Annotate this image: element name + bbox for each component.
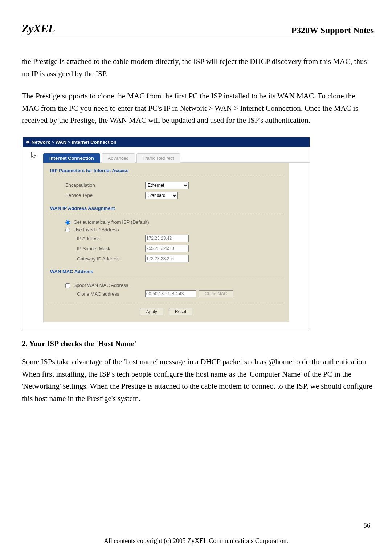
encapsulation-label: Encapsulation bbox=[65, 182, 145, 188]
page-header: ZyXEL P320W Support Notes bbox=[22, 22, 374, 37]
heading-host-name: 2. Your ISP checks the 'Host Name' bbox=[22, 339, 374, 348]
spoof-mac-checkbox[interactable] bbox=[65, 283, 70, 288]
radio-fixed-label: Use Fixed IP Address bbox=[74, 227, 119, 232]
ip-address-label: IP Address bbox=[77, 236, 145, 241]
divider bbox=[49, 177, 284, 177]
logo: ZyXEL bbox=[22, 22, 55, 35]
ip-address-input[interactable] bbox=[145, 235, 189, 242]
section-wan-mac: WAN MAC Address bbox=[44, 264, 289, 277]
gateway-ip-input[interactable] bbox=[145, 255, 189, 262]
action-button-row: Apply Reset bbox=[49, 304, 284, 317]
paragraph-3: Some ISPs take advantage of the 'host na… bbox=[22, 356, 374, 405]
doc-title: P320W Support Notes bbox=[291, 25, 374, 35]
config-panel: ISP Parameters for Internet Access Encap… bbox=[43, 163, 289, 322]
breadcrumb-root: Network bbox=[32, 139, 50, 145]
clone-mac-button: Clone MAC bbox=[199, 290, 233, 297]
clone-mac-input[interactable] bbox=[145, 290, 196, 297]
tab-internet-connection[interactable]: Internet Connection bbox=[43, 153, 100, 163]
radio-fixed-ip[interactable] bbox=[65, 228, 70, 232]
encapsulation-select[interactable]: Ethernet bbox=[145, 182, 189, 189]
breadcrumb: ❖ Network > WAN > Internet Connection bbox=[23, 137, 310, 147]
service-type-select[interactable]: Standard bbox=[145, 192, 178, 199]
divider bbox=[49, 278, 284, 278]
footer-copyright: All contents copyright (c) 2005 ZyXEL Co… bbox=[0, 537, 392, 545]
radio-auto-isp[interactable] bbox=[65, 220, 70, 225]
router-ui-screenshot: ❖ Network > WAN > Internet Connection In… bbox=[23, 137, 310, 329]
breadcrumb-leaf: Internet Connection bbox=[72, 139, 117, 145]
spoof-mac-label: Spoof WAN MAC Address bbox=[74, 283, 128, 288]
reset-button[interactable]: Reset bbox=[169, 308, 192, 315]
subnet-mask-label: IP Subnet Mask bbox=[77, 246, 145, 251]
tab-strip: Internet Connection Advanced Traffic Red… bbox=[43, 153, 310, 163]
gateway-ip-label: Gateway IP Address bbox=[77, 256, 145, 262]
apply-button[interactable]: Apply bbox=[140, 308, 163, 315]
service-type-label: Service Type bbox=[65, 193, 145, 198]
tab-traffic-redirect[interactable]: Traffic Redirect bbox=[136, 153, 180, 163]
page-number: 56 bbox=[364, 522, 370, 530]
tab-advanced[interactable]: Advanced bbox=[102, 153, 135, 163]
section-wan-ip: WAN IP Address Assignment bbox=[44, 200, 289, 214]
paragraph-1: the Prestige is attached to the cable mo… bbox=[22, 56, 374, 80]
cursor-icon bbox=[31, 151, 37, 159]
breadcrumb-mid: WAN bbox=[56, 139, 66, 145]
subnet-mask-input[interactable] bbox=[145, 245, 189, 252]
paragraph-2: The Prestige supports to clone the MAC f… bbox=[22, 90, 374, 127]
section-isp-params: ISP Parameters for Internet Access bbox=[44, 163, 289, 176]
divider bbox=[49, 215, 284, 215]
clone-mac-label: Clone MAC address bbox=[77, 291, 145, 297]
radio-auto-label: Get automatically from ISP (Default) bbox=[74, 219, 149, 225]
